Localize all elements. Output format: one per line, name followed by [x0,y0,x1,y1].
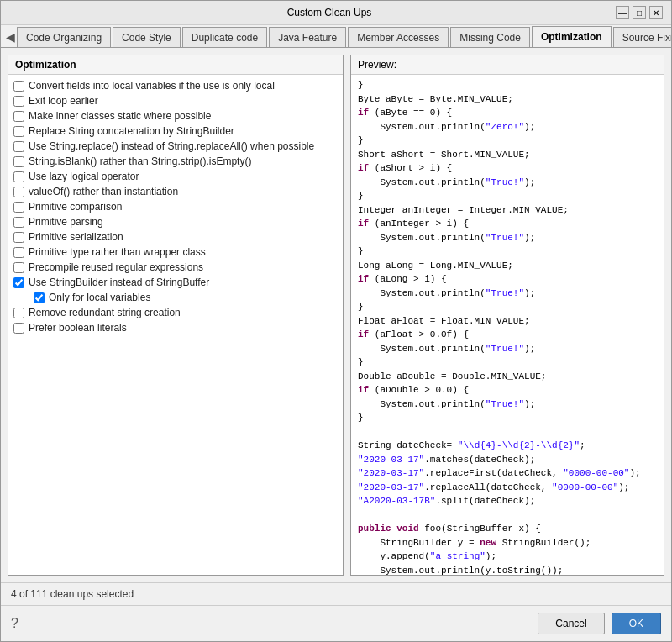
tab-source-fixing[interactable]: Source Fixing [613,27,671,48]
cancel-button[interactable]: Cancel [538,613,604,634]
checkbox-string-isblank[interactable]: String.isBlank() rather than String.stri… [13,154,338,169]
code-line: } [358,78,657,92]
right-panel: Preview: } Byte aByte = Byte.MIN_VALUE; … [350,55,664,576]
checkbox-primitive-comparison-input[interactable] [13,202,24,213]
checkbox-make-inner-static-input[interactable] [13,111,24,122]
preview-title: Preview: [351,55,664,75]
code-line: } [358,245,657,259]
code-line: StringBuilder y = new StringBuilder(); [358,536,657,550]
code-line: System.out.println(y.toString()); [358,564,657,576]
checkbox-precompile-regex-input[interactable] [13,262,24,273]
checkbox-precompile-regex[interactable]: Precompile reused regular expressions [13,260,338,275]
code-line: "2020-03-17".replaceFirst(dateCheck, "00… [358,466,657,481]
tab-nav-left[interactable]: ◀ [4,27,17,47]
code-line: System.out.println("True!"); [358,287,657,301]
left-panel-content: Convert fields into local variables if t… [8,75,343,575]
title-bar: Custom Clean Ups — □ ✕ [1,1,671,25]
checkbox-primitive-serialization[interactable]: Primitive serialization [13,229,338,245]
content-area: Optimization Convert fields into local v… [1,48,671,582]
dialog-title: Custom Clean Ups [43,7,616,18]
code-line: String dateCheck= "\\d{4}-\\d{2}-\\d{2}"… [358,439,657,453]
code-line: "2020-03-17".replaceAll(dateCheck, "0000… [358,481,657,495]
tab-missing-code[interactable]: Missing Code [450,27,530,48]
checkbox-replace-string-concat[interactable]: Replace String concatenation by StringBu… [13,124,338,139]
close-button[interactable]: ✕ [649,6,663,19]
checkbox-primitive-parsing-input[interactable] [13,217,24,228]
code-line: } [358,355,657,370]
preview-content: } Byte aByte = Byte.MIN_VALUE; if (aByte… [351,75,664,575]
checkbox-use-lazy-logical-input[interactable] [13,171,24,182]
tab-code-organizing[interactable]: Code Organizing [17,27,111,48]
tab-bar: ◀ Code Organizing Code Style Duplicate c… [1,25,671,48]
tab-optimization[interactable]: Optimization [532,26,612,48]
checkbox-exit-loop-input[interactable] [13,96,24,107]
tab-code-style[interactable]: Code Style [113,27,181,48]
checkbox-use-stringbuilder-input[interactable] [13,277,24,288]
code-line: System.out.println("True!"); [358,231,657,245]
checkbox-use-lazy-logical[interactable]: Use lazy logical operator [13,169,338,184]
help-icon[interactable]: ? [11,616,18,631]
code-line: if (aLong > i) { [358,272,657,287]
checkbox-make-inner-static[interactable]: Make inner classes static where possible [13,108,338,124]
code-line: if (aFloat > 0.0f) { [358,328,657,342]
checkbox-remove-redundant[interactable]: Remove redundant string creation [13,305,338,320]
code-line: Long aLong = Long.MIN_VALUE; [358,259,657,273]
code-line [358,425,657,439]
checkbox-valueof[interactable]: valueOf() rather than instantiation [13,184,338,199]
checkbox-string-isblank-input[interactable] [13,156,24,167]
checkbox-convert-fields[interactable]: Convert fields into local variables if t… [13,78,338,93]
checkbox-only-local-input[interactable] [34,292,45,303]
code-line: System.out.println("Zero!"); [358,120,657,134]
code-line: } [358,189,657,203]
left-panel: Optimization Convert fields into local v… [8,55,344,576]
code-line: Integer anInteger = Integer.MIN_VALUE; [358,203,657,218]
code-line: if (aByte == 0) { [358,106,657,120]
code-line [358,508,657,523]
code-line: "A2020-03-17B".split(dateCheck); [358,494,657,508]
dialog: Custom Clean Ups — □ ✕ ◀ Code Organizing… [0,0,672,642]
checkbox-primitive-comparison[interactable]: Primitive comparison [13,199,338,214]
tab-member-accesses[interactable]: Member Accesses [348,27,449,48]
checkbox-primitive-type-input[interactable] [13,247,24,258]
tab-java-feature[interactable]: Java Feature [269,27,346,48]
code-line: Short aShort = Short.MIN_VALUE; [358,148,657,162]
checkbox-use-string-replace-input[interactable] [13,141,24,152]
ok-button[interactable]: OK [612,613,661,634]
restore-button[interactable]: □ [633,6,646,19]
code-line: System.out.println("True!"); [358,342,657,356]
code-line: "2020-03-17".matches(dateCheck); [358,453,657,467]
checkbox-exit-loop[interactable]: Exit loop earlier [13,93,338,108]
status-text: 4 of 111 clean ups selected [11,588,134,600]
checkbox-use-string-replace[interactable]: Use String.replace() instead of String.r… [13,139,338,154]
checkbox-valueof-input[interactable] [13,187,24,197]
checkbox-remove-redundant-input[interactable] [13,308,24,318]
code-line: y.append("a string"); [358,550,657,564]
checkbox-primitive-type[interactable]: Primitive type rather than wrapper class [13,245,338,260]
checkbox-use-stringbuilder[interactable]: Use StringBuilder instead of StringBuffe… [13,275,338,290]
code-line: Float aFloat = Float.MIN_VALUE; [358,314,657,329]
checkbox-primitive-serialization-input[interactable] [13,232,24,243]
code-line: public void foo(StringBuffer x) { [358,522,657,536]
code-line: } [358,411,657,425]
left-panel-title: Optimization [8,55,343,75]
code-line: System.out.println("True!"); [358,176,657,190]
minimize-button[interactable]: — [616,6,629,19]
title-bar-controls: — □ ✕ [616,6,663,19]
code-line: System.out.println("True!"); [358,397,657,412]
checkbox-convert-fields-input[interactable] [13,81,24,92]
checkbox-replace-string-concat-input[interactable] [13,126,24,137]
code-line: } [358,300,657,314]
checkbox-only-local[interactable]: Only for local variables [13,290,338,305]
button-bar: ? Cancel OK [1,605,671,641]
code-line: Byte aByte = Byte.MIN_VALUE; [358,92,657,107]
tab-duplicate-code[interactable]: Duplicate code [182,27,267,48]
code-line: if (aShort > i) { [358,161,657,176]
code-line: if (anInteger > i) { [358,217,657,231]
code-line: Double aDouble = Double.MIN_VALUE; [358,370,657,384]
checkbox-prefer-boolean[interactable]: Prefer boolean literals [13,320,338,335]
footer-bar: 4 of 111 clean ups selected [1,582,671,605]
code-line: if (aDouble > 0.0) { [358,383,657,397]
checkbox-primitive-parsing[interactable]: Primitive parsing [13,214,338,229]
checkbox-prefer-boolean-input[interactable] [13,323,24,334]
code-line: } [358,134,657,148]
